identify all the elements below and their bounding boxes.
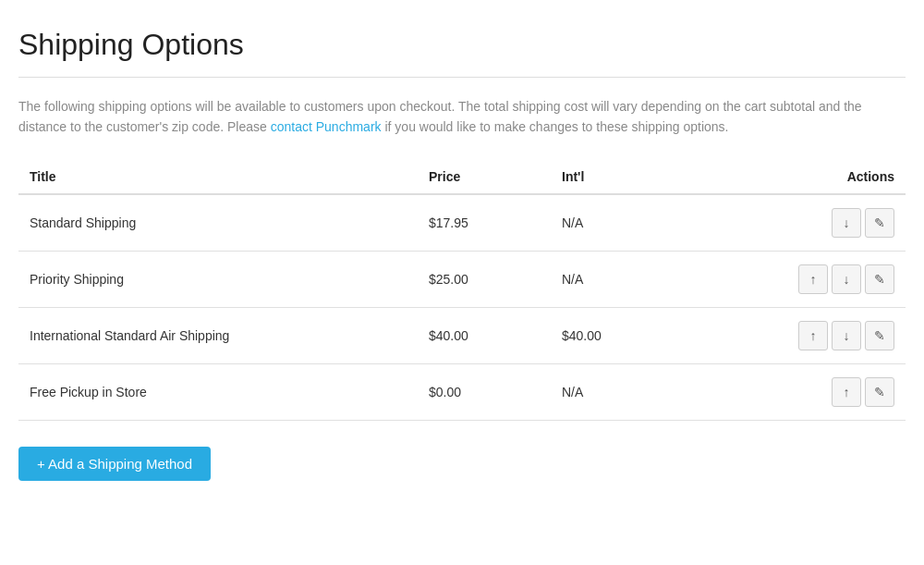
move-up-button[interactable]: ↑	[798, 321, 828, 350]
section-divider	[18, 77, 906, 78]
cell-price: $0.00	[418, 363, 551, 420]
description-text-after: if you would like to make changes to the…	[382, 119, 729, 134]
cell-intl: N/A	[551, 251, 684, 307]
cell-intl: N/A	[551, 363, 684, 420]
col-header-intl: Int'l	[551, 160, 684, 194]
cell-title: Standard Shipping	[18, 194, 418, 252]
move-down-button[interactable]: ↓	[832, 264, 861, 294]
cell-actions: ↑↓✎	[684, 307, 906, 363]
col-header-title: Title	[18, 160, 418, 194]
table-row: Priority Shipping$25.00N/A↑↓✎	[18, 251, 906, 307]
cell-actions: ↑✎	[684, 363, 906, 420]
cell-intl: $40.00	[551, 307, 684, 363]
cell-price: $17.95	[418, 194, 551, 252]
col-header-price: Price	[418, 160, 551, 194]
cell-intl: N/A	[551, 194, 684, 252]
table-header: Title Price Int'l Actions	[18, 160, 906, 194]
cell-title: Priority Shipping	[18, 251, 418, 307]
page-container: Shipping Options The following shipping …	[0, 0, 924, 509]
table-row: Standard Shipping$17.95N/A↓✎	[18, 194, 906, 252]
move-down-button[interactable]: ↓	[832, 208, 861, 238]
action-buttons-group: ↑↓✎	[695, 264, 894, 294]
cell-actions: ↓✎	[684, 194, 906, 252]
table-row: International Standard Air Shipping$40.0…	[18, 307, 906, 363]
edit-button[interactable]: ✎	[865, 208, 894, 238]
edit-button[interactable]: ✎	[865, 264, 894, 294]
table-row: Free Pickup in Store$0.00N/A↑✎	[18, 363, 906, 420]
move-down-button[interactable]: ↓	[832, 321, 861, 350]
move-up-button[interactable]: ↑	[832, 377, 861, 407]
add-shipping-method-button[interactable]: + Add a Shipping Method	[18, 447, 211, 481]
action-buttons-group: ↑✎	[695, 377, 894, 407]
contact-link[interactable]: contact Punchmark	[271, 119, 382, 134]
cell-price: $40.00	[418, 307, 551, 363]
shipping-table: Title Price Int'l Actions Standard Shipp…	[18, 160, 906, 421]
action-buttons-group: ↑↓✎	[695, 321, 894, 350]
header-row: Title Price Int'l Actions	[18, 160, 906, 194]
table-body: Standard Shipping$17.95N/A↓✎Priority Shi…	[18, 194, 906, 421]
cell-actions: ↑↓✎	[684, 251, 906, 307]
cell-title: Free Pickup in Store	[18, 363, 418, 420]
edit-button[interactable]: ✎	[865, 377, 894, 407]
move-up-button[interactable]: ↑	[798, 264, 828, 294]
col-header-actions: Actions	[684, 160, 906, 194]
cell-price: $25.00	[418, 251, 551, 307]
page-title: Shipping Options	[18, 28, 906, 62]
cell-title: International Standard Air Shipping	[18, 307, 418, 363]
description-text: The following shipping options will be a…	[18, 96, 906, 138]
edit-button[interactable]: ✎	[865, 321, 894, 350]
action-buttons-group: ↓✎	[695, 208, 894, 238]
